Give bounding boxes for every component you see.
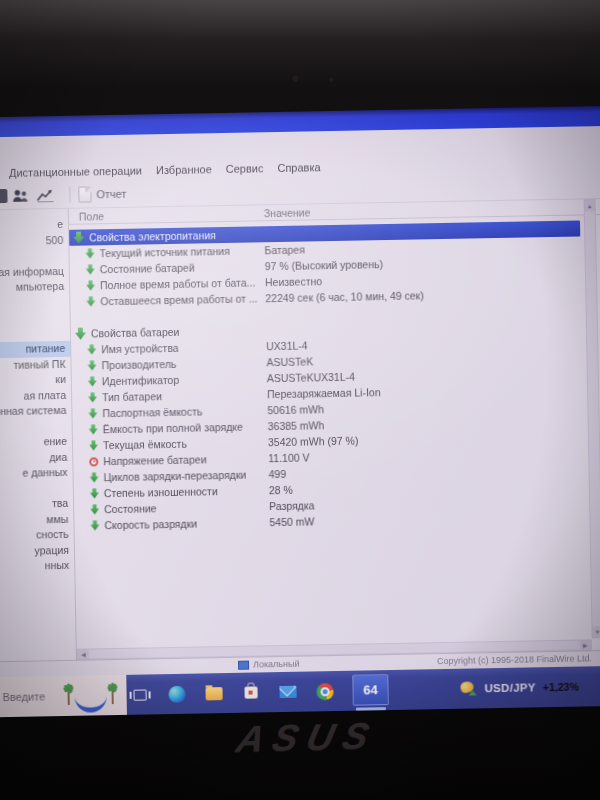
laptop-screen: Дистанционные операцииИзбранноеСервисСпр… bbox=[0, 106, 600, 718]
ticker-change: +1,23% bbox=[543, 681, 579, 694]
row-icon bbox=[73, 232, 84, 244]
property-rows: Свойства электропитания Текущий источник… bbox=[69, 215, 600, 534]
scroll-up-icon[interactable]: ▲ bbox=[585, 200, 595, 211]
active-app-indicator bbox=[356, 707, 386, 710]
row-icon bbox=[90, 504, 99, 514]
search-highlight-beach-icon bbox=[60, 680, 123, 713]
sidebar-item[interactable]: ение bbox=[0, 434, 72, 452]
menu-item[interactable]: Сервис bbox=[226, 162, 264, 175]
finance-widget-icon bbox=[460, 681, 476, 696]
row-value: ASUSTeKUX31L-4 bbox=[267, 371, 355, 385]
sidebar-item[interactable]: 500 bbox=[0, 232, 68, 250]
remote-users-icon[interactable] bbox=[11, 188, 29, 203]
row-label: Степень изношенности bbox=[104, 485, 218, 499]
row-value: 11.100 V bbox=[268, 451, 309, 464]
ticker-pair: USD/JPY bbox=[484, 681, 536, 694]
row-icon bbox=[87, 360, 96, 370]
row-icon bbox=[90, 472, 99, 482]
row-label: Свойства батареи bbox=[91, 326, 180, 340]
report-label: Отчет bbox=[96, 188, 126, 201]
sidebar-item[interactable]: питание bbox=[0, 341, 70, 359]
hammock-icon bbox=[75, 694, 107, 713]
menu-item[interactable]: Дистанционные операции bbox=[9, 164, 142, 178]
row-value: ASUSTeK bbox=[266, 355, 313, 368]
row-icon bbox=[90, 520, 99, 530]
row-value: Перезаряжаемая Li-Ion bbox=[267, 386, 381, 400]
chrome-icon[interactable] bbox=[315, 682, 333, 700]
row-value: 36385 mWh bbox=[268, 419, 325, 432]
menu-item[interactable]: Избранное bbox=[156, 163, 212, 176]
aida64-taskbar-button[interactable]: 64 bbox=[352, 674, 389, 706]
row-label: Паспортная ёмкость bbox=[102, 405, 202, 419]
row-value: 22249 сек (6 час, 10 мин, 49 сек) bbox=[265, 289, 424, 304]
row-icon bbox=[75, 328, 86, 340]
row-icon bbox=[88, 392, 97, 402]
row-value: Батарея bbox=[264, 244, 305, 257]
report-button[interactable]: Отчет bbox=[78, 186, 126, 203]
row-label: Имя устройства bbox=[101, 342, 179, 355]
row-icon bbox=[85, 248, 94, 258]
chart-icon[interactable] bbox=[35, 187, 55, 203]
row-value: 97 % (Высокий уровень) bbox=[265, 258, 383, 272]
sidebar-item[interactable]: мпьютера bbox=[0, 279, 69, 297]
toolbar-separator bbox=[69, 187, 70, 203]
row-label: Идентификатор bbox=[102, 374, 180, 387]
details-panel: Поле Значение Свойства электропитания bbox=[69, 199, 600, 660]
sidebar-item[interactable]: ки bbox=[0, 372, 71, 390]
taskbar-search[interactable]: Введите bbox=[0, 675, 127, 718]
row-value: 499 bbox=[268, 468, 286, 480]
row-icon bbox=[89, 457, 98, 466]
column-field[interactable]: Поле bbox=[79, 210, 104, 222]
row-label: Циклов зарядки-перезарядки bbox=[103, 469, 246, 484]
sidebar-item[interactable]: е данных bbox=[0, 465, 73, 483]
row-value: Неизвестно bbox=[265, 275, 322, 288]
scroll-left-icon[interactable]: ◀ bbox=[78, 650, 89, 659]
row-icon bbox=[88, 376, 97, 386]
sidebar-item[interactable]: е bbox=[0, 217, 68, 235]
row-icon bbox=[87, 344, 96, 354]
row-icon bbox=[88, 408, 97, 418]
sidebar-item[interactable]: онная система bbox=[0, 403, 72, 421]
row-label: Производитель bbox=[101, 358, 176, 371]
laptop-photo: Дистанционные операцииИзбранноеСервисСпр… bbox=[0, 0, 600, 800]
row-icon bbox=[90, 488, 99, 498]
row-value: 28 % bbox=[269, 484, 293, 496]
menu-item[interactable]: Справка bbox=[277, 161, 320, 174]
mail-icon[interactable] bbox=[278, 683, 296, 701]
report-doc-icon bbox=[78, 186, 91, 202]
row-value: 5450 mW bbox=[269, 515, 314, 528]
row-icon bbox=[89, 440, 98, 450]
file-explorer-icon[interactable] bbox=[204, 684, 222, 702]
store-icon[interactable] bbox=[241, 683, 259, 701]
asus-logo: ASUS bbox=[233, 713, 464, 760]
sidebar-item[interactable]: нных bbox=[0, 558, 74, 576]
palm-tree-icon bbox=[104, 680, 121, 710]
row-label: Ёмкость при полной зарядке bbox=[103, 421, 243, 436]
column-value[interactable]: Значение bbox=[264, 206, 311, 219]
row-icon bbox=[86, 296, 95, 306]
sidebar-item[interactable]: сность bbox=[0, 527, 74, 545]
category-sidebar: е500ная информацмпьютерапитаниетивный ПК… bbox=[0, 209, 77, 662]
connection-mode: Локальный bbox=[238, 659, 300, 670]
row-label: Скорость разрядки bbox=[104, 518, 197, 532]
scroll-down-icon[interactable]: ▼ bbox=[592, 626, 600, 637]
microphone-dot bbox=[328, 76, 335, 83]
row-label: Состояние батарей bbox=[100, 262, 195, 276]
row-icon bbox=[89, 424, 98, 434]
row-value: 50616 mWh bbox=[267, 403, 324, 416]
news-interests-widget[interactable]: USD/JPY +1,23% bbox=[460, 667, 579, 709]
webcam-dot bbox=[291, 74, 300, 83]
sidebar-item[interactable]: тва bbox=[0, 496, 73, 514]
row-label: Оставшееся время работы от ... bbox=[100, 292, 257, 307]
task-view-icon[interactable] bbox=[130, 685, 148, 703]
row-icon bbox=[86, 264, 95, 274]
row-label: Напряжение батареи bbox=[103, 453, 206, 467]
workspace: е500ная информацмпьютерапитаниетивный ПК… bbox=[0, 199, 600, 662]
row-value: 35420 mWh (97 %) bbox=[268, 435, 359, 449]
row-label: Состояние bbox=[104, 502, 157, 515]
cut-toolbar-icon[interactable] bbox=[0, 189, 8, 203]
row-value: Разрядка bbox=[269, 499, 315, 512]
row-icon bbox=[86, 280, 95, 290]
scroll-right-icon[interactable]: ▶ bbox=[580, 640, 591, 649]
edge-icon[interactable] bbox=[167, 685, 185, 703]
